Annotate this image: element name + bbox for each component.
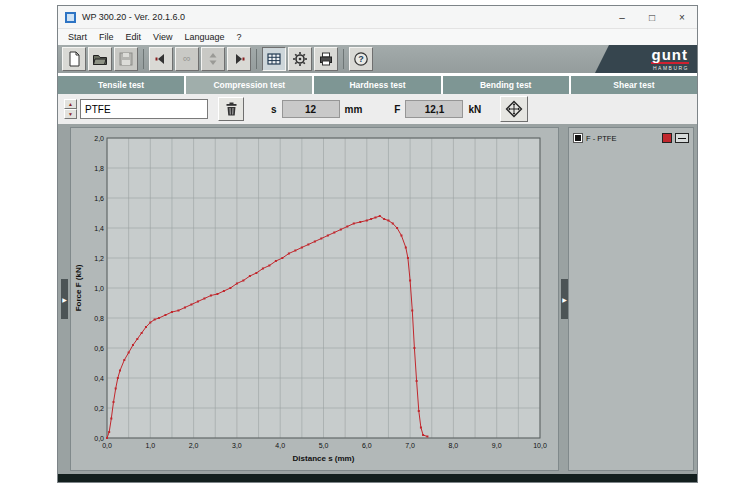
link-samples-button[interactable]: ∞ <box>175 47 199 71</box>
infinity-icon: ∞ <box>179 51 195 67</box>
next-sample-button[interactable] <box>227 47 251 71</box>
svg-text:1,6: 1,6 <box>94 195 104 202</box>
menu-file[interactable]: File <box>93 32 120 42</box>
new-file-icon <box>66 51 82 67</box>
arrow-right-icon <box>231 51 247 67</box>
spinner-up-icon[interactable]: ▲ <box>64 99 77 109</box>
svg-text:?: ? <box>358 54 364 64</box>
gear-icon <box>292 51 308 67</box>
printer-icon <box>318 51 334 67</box>
main-content: ▶ 0,01,02,03,04,05,06,07,08,09,010,00,00… <box>58 124 697 474</box>
chevron-right-icon: ▶ <box>562 296 567 303</box>
bottom-status-strip <box>58 474 697 482</box>
force-distance-chart: 0,01,02,03,04,05,06,07,08,09,010,00,00,2… <box>73 130 554 466</box>
help-button[interactable]: ? <box>349 47 373 71</box>
window-title: WP 300.20 - Ver. 20.1.6.0 <box>82 12 185 22</box>
distance-unit-label: mm <box>345 104 363 115</box>
checkbox-checked-mark <box>575 135 581 141</box>
gunt-logo-subtext: HAMBURG <box>653 65 689 71</box>
legend-color-swatch[interactable] <box>662 133 672 143</box>
trash-icon <box>224 101 239 117</box>
tare-zero-button[interactable] <box>500 96 528 122</box>
maximize-button[interactable]: □ <box>637 6 667 29</box>
legend-entry: F - PTFE <box>573 133 689 143</box>
tab-shear-test[interactable]: Shear test <box>571 76 697 94</box>
svg-text:10,0: 10,0 <box>533 442 547 449</box>
chevron-right-icon: ▶ <box>62 296 67 303</box>
tab-tensile-test[interactable]: Tensile test <box>58 76 184 94</box>
save-button[interactable] <box>114 47 138 71</box>
grid-view-button[interactable] <box>262 47 286 71</box>
toolbar-separator <box>343 49 344 69</box>
open-file-button[interactable] <box>88 47 112 71</box>
help-icon: ? <box>353 51 369 67</box>
svg-text:2,0: 2,0 <box>189 442 199 449</box>
save-icon <box>118 51 134 67</box>
menu-edit[interactable]: Edit <box>120 32 148 42</box>
toolbar-separator <box>256 49 257 69</box>
up-down-arrows-icon <box>205 51 221 67</box>
force-unit-label: kN <box>468 104 481 115</box>
svg-text:6,0: 6,0 <box>362 442 372 449</box>
svg-text:9,0: 9,0 <box>492 442 502 449</box>
legend-series-label: F - PTFE <box>586 134 659 143</box>
menu-view[interactable]: View <box>147 32 178 42</box>
menu-bar: Start File Edit View Language ? <box>58 29 697 45</box>
toolbar: ∞ <box>58 45 697 73</box>
crosshair-icon <box>505 100 523 118</box>
svg-text:8,0: 8,0 <box>449 442 459 449</box>
menu-language[interactable]: Language <box>178 32 230 42</box>
svg-text:0,6: 0,6 <box>94 345 104 352</box>
menu-start[interactable]: Start <box>62 32 93 42</box>
svg-text:1,4: 1,4 <box>94 225 104 232</box>
svg-text:0,2: 0,2 <box>94 405 104 412</box>
gunt-logo-text: gunt <box>651 48 689 64</box>
delete-sample-button[interactable] <box>218 97 244 121</box>
svg-text:∞: ∞ <box>183 52 191 64</box>
svg-text:0,0: 0,0 <box>102 442 112 449</box>
chart-container: 0,01,02,03,04,05,06,07,08,09,010,00,00,2… <box>70 127 559 471</box>
settings-button[interactable] <box>288 47 312 71</box>
svg-text:0,4: 0,4 <box>94 375 104 382</box>
legend-panel: F - PTFE <box>568 127 694 471</box>
print-button[interactable] <box>314 47 338 71</box>
new-file-button[interactable] <box>62 47 86 71</box>
sample-spinner: ▲ ▼ <box>64 99 77 119</box>
spinner-down-icon[interactable]: ▼ <box>64 109 77 119</box>
test-tab-bar: Tensile test Compression test Hardness t… <box>58 76 697 94</box>
distance-value-field: 12 <box>282 100 340 118</box>
move-sample-button[interactable] <box>201 47 225 71</box>
prev-sample-button[interactable] <box>149 47 173 71</box>
svg-text:Distance s (mm): Distance s (mm) <box>293 454 355 463</box>
legend-line-style-box[interactable] <box>675 133 689 143</box>
arrow-left-icon <box>153 51 169 67</box>
desktop-background: WP 300.20 - Ver. 20.1.6.0 – □ × Start Fi… <box>0 0 755 488</box>
svg-text:3,0: 3,0 <box>232 442 242 449</box>
svg-text:1,0: 1,0 <box>145 442 155 449</box>
app-window: WP 300.20 - Ver. 20.1.6.0 – □ × Start Fi… <box>57 5 698 483</box>
gunt-logo: gunt HAMBURG <box>595 45 697 73</box>
svg-text:1,2: 1,2 <box>94 255 104 262</box>
menu-help[interactable]: ? <box>230 32 247 42</box>
svg-text:5,0: 5,0 <box>319 442 329 449</box>
legend-checkbox[interactable] <box>573 133 583 143</box>
svg-text:7,0: 7,0 <box>405 442 415 449</box>
toolbar-separator <box>143 49 144 69</box>
close-button[interactable]: × <box>667 6 697 29</box>
tab-bending-test[interactable]: Bending test <box>443 76 569 94</box>
sample-name-input[interactable] <box>80 99 208 119</box>
svg-text:1,8: 1,8 <box>94 165 104 172</box>
tab-hardness-test[interactable]: Hardness test <box>314 76 440 94</box>
svg-text:4,0: 4,0 <box>275 442 285 449</box>
force-value-field: 12,1 <box>405 100 463 118</box>
force-label: F <box>394 104 400 115</box>
svg-text:0,0: 0,0 <box>94 435 104 442</box>
svg-text:Force F (kN): Force F (kN) <box>74 264 83 311</box>
legend-panel-collapse-handle[interactable]: ▶ <box>561 279 568 319</box>
app-icon <box>65 12 76 23</box>
svg-text:1,0: 1,0 <box>94 285 104 292</box>
minimize-button[interactable]: – <box>607 6 637 29</box>
grid-icon <box>266 51 282 67</box>
left-panel-collapse-handle[interactable]: ▶ <box>61 279 68 319</box>
tab-compression-test[interactable]: Compression test <box>186 76 312 94</box>
